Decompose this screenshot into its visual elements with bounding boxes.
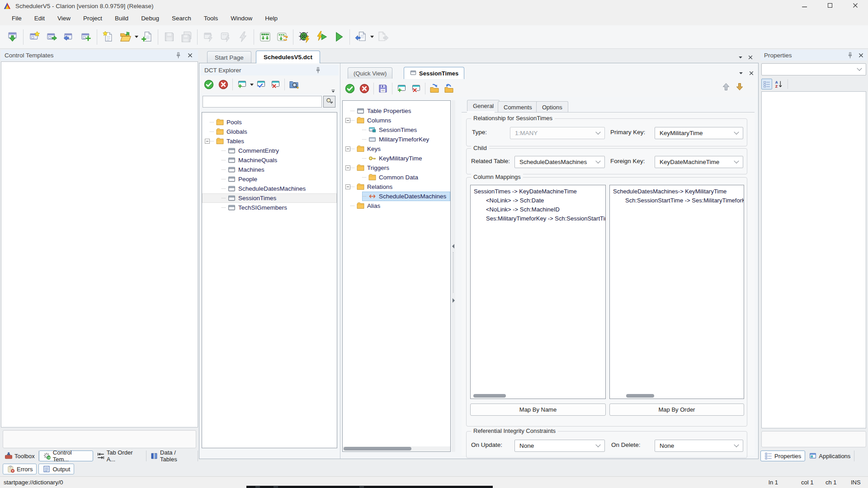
foreign-key-combo[interactable]: KeyDateMachineTime	[655, 156, 743, 168]
tree-item-machinequals[interactable]: MachineQuals	[202, 155, 337, 165]
primary-key-combo[interactable]: KeyMilitaryTime	[655, 127, 743, 139]
rebuild-button[interactable]	[217, 28, 234, 46]
menu-build[interactable]: Build	[108, 12, 135, 25]
tab-quick-view[interactable]: (Quick View)	[348, 67, 392, 79]
menu-view[interactable]: View	[51, 12, 77, 25]
session-tree-hscrollbar[interactable]	[343, 446, 450, 451]
import-relation-button[interactable]	[427, 81, 442, 96]
previous-window-button[interactable]	[60, 28, 77, 46]
mapping-left-hscrollbar[interactable]	[471, 394, 605, 398]
collapse-icon[interactable]	[345, 118, 350, 123]
tree-item-scheduledatesmachines[interactable]: ScheduleDatesMachines	[343, 192, 450, 201]
tree-item-scheduledatesmachines[interactable]: ScheduleDatesMachines	[202, 184, 337, 193]
tree-item-common-data[interactable]: Common Data	[343, 173, 450, 182]
open-file-dropdown-icon[interactable]	[135, 36, 138, 38]
pin-icon[interactable]	[845, 51, 854, 60]
tree-item-keymilitarytime[interactable]: KeyMilitaryTime	[343, 154, 450, 163]
tree-item-techsigmembers[interactable]: TechSIGmembers	[202, 203, 337, 212]
close-button[interactable]	[843, 0, 868, 12]
build-all-button[interactable]	[234, 28, 251, 46]
delete-relation-button[interactable]	[409, 81, 423, 96]
menu-help[interactable]: Help	[259, 12, 284, 25]
menu-search[interactable]: Search	[165, 12, 198, 25]
related-table-combo[interactable]: ScheduleDatesMachines	[514, 156, 605, 168]
map-by-order-button[interactable]: Map By Order	[609, 404, 744, 416]
document-tab-menu-icon[interactable]	[736, 53, 745, 62]
tab-schedulesv5-dct[interactable]: SchedulesV5.dct	[256, 51, 320, 63]
save-all-button[interactable]	[178, 28, 195, 46]
categorized-view-icon[interactable]	[761, 79, 772, 89]
search-button[interactable]	[323, 96, 335, 108]
dock-tab-data-tables[interactable]: Data / Tables	[146, 450, 198, 461]
maximize-button[interactable]	[817, 0, 843, 12]
move-down-icon[interactable]	[735, 82, 744, 91]
mapping-list-right[interactable]: ScheduleDatesMachines-> KeyMilitaryTimeS…	[609, 185, 744, 399]
delete-entry-button[interactable]	[268, 77, 283, 92]
menu-debug[interactable]: Debug	[135, 12, 165, 25]
properties-object-combo[interactable]	[761, 63, 866, 75]
menu-tools[interactable]: Tools	[198, 12, 225, 25]
tree-item-relations[interactable]: Relations	[343, 182, 450, 192]
output-tab-output[interactable]: Output	[38, 464, 74, 474]
tree-item-commententry[interactable]: CommentEntry	[202, 146, 337, 155]
mapping-line[interactable]: ScheduleDatesMachines-> KeyMilitaryTime	[610, 187, 744, 196]
toolbar-overflow-icon[interactable]	[329, 87, 338, 96]
dock-tab-toolbox[interactable]: Toolbox	[1, 450, 39, 461]
tree-item-machines[interactable]: Machines	[202, 165, 337, 174]
document-close-icon[interactable]	[746, 53, 755, 62]
menu-window[interactable]: Window	[224, 12, 259, 25]
pin-icon[interactable]	[313, 66, 322, 75]
mapping-line[interactable]: SessionTimes -> KeyDateMachineTime	[471, 187, 605, 196]
tree-item-tables[interactable]: Tables	[202, 136, 337, 146]
dock-tab-properties[interactable]: Properties	[760, 450, 805, 461]
tree-item-triggers[interactable]: Triggers	[343, 163, 450, 173]
add-window-button[interactable]	[77, 28, 94, 46]
navigate-back-dropdown-icon[interactable]	[370, 36, 374, 38]
mapping-right-hscrollbar[interactable]	[610, 394, 744, 398]
tree-item-keys[interactable]: Keys	[343, 144, 450, 154]
mapping-list-left[interactable]: SessionTimes -> KeyDateMachineTime<NoLin…	[470, 185, 606, 399]
mapping-line[interactable]: Sch:SessionStartTime -> Ses:MilitaryTime…	[610, 196, 744, 205]
build-button[interactable]	[200, 28, 217, 46]
save-button[interactable]	[160, 28, 178, 46]
collapse-icon[interactable]	[345, 184, 350, 189]
pane-splitter[interactable]	[452, 100, 455, 452]
accept-button[interactable]	[202, 77, 216, 92]
mapping-line[interactable]: <NoLink> -> Sch:Date	[471, 196, 605, 205]
tab-options[interactable]: Options	[536, 101, 568, 113]
menu-file[interactable]: File	[5, 12, 28, 25]
map-by-name-button[interactable]: Map By Name	[470, 404, 606, 416]
pane-close-icon[interactable]	[747, 69, 756, 78]
new-window-button[interactable]	[26, 28, 43, 46]
splitter-collapse-left-icon[interactable]	[452, 244, 454, 249]
save-dictionary-button[interactable]	[376, 81, 390, 96]
cancel-button[interactable]	[216, 77, 231, 92]
dock-tab-control-tem-[interactable]: OKControl Tem...	[39, 450, 93, 461]
debug-button[interactable]	[296, 28, 313, 46]
run-button[interactable]	[330, 28, 347, 46]
tab-start-page[interactable]: Start Page	[207, 51, 251, 63]
add-relation-button[interactable]	[394, 81, 409, 96]
find-in-dictionary-button[interactable]	[287, 77, 301, 92]
accept-button[interactable]	[343, 81, 357, 96]
output-tab-errors[interactable]: Errors	[3, 464, 37, 474]
new-application-button[interactable]	[4, 28, 21, 46]
next-window-button[interactable]	[43, 28, 60, 46]
collapse-icon[interactable]	[345, 146, 350, 151]
on-delete-combo[interactable]: None	[655, 440, 743, 452]
tab-comments[interactable]: Comments	[498, 101, 538, 113]
dock-tab-tab-order-a-[interactable]: Tab Order A...	[93, 450, 146, 461]
edit-entry-button[interactable]	[254, 77, 268, 92]
navigate-back-button[interactable]	[352, 28, 369, 46]
collapse-icon[interactable]	[345, 165, 350, 170]
add-entry-dropdown-icon[interactable]	[250, 84, 254, 86]
control-templates-list[interactable]	[1, 61, 198, 427]
open-file-button[interactable]	[117, 28, 134, 46]
collapse-icon[interactable]	[205, 139, 210, 144]
minimize-button[interactable]	[792, 0, 817, 12]
close-panel-icon[interactable]	[856, 51, 865, 60]
dock-tab-applications[interactable]: Applications	[805, 450, 854, 461]
add-entry-button[interactable]	[235, 77, 249, 92]
generate-and-sync-button[interactable]	[274, 28, 291, 46]
tree-item-alias[interactable]: Alias	[343, 201, 450, 211]
